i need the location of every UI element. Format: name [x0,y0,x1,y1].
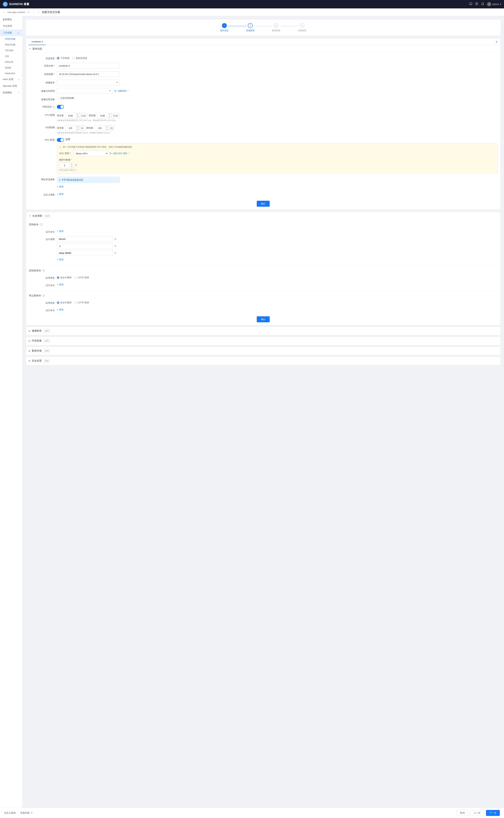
basic-info-collapse[interactable]: ▼ [29,48,31,50]
sidebar-item-cluster-overview[interactable]: 集群概览 [0,16,22,23]
add-post-start-cmd-button[interactable]: + 添加 [57,282,498,287]
page-back-arrow[interactable]: ← [37,11,40,14]
gpu-count-up[interactable]: ▲ [70,163,73,165]
add-pre-cmd-icon: + [57,309,58,311]
add-run-param-button[interactable]: + 添加 [57,257,498,262]
radio-post-cmd-label: 命令行脚本 [60,276,72,279]
basic-info-title: 基本信息 [32,47,42,50]
sidebar-sub-daemon[interactable]: 守护进程 [0,48,22,53]
prev-step-button[interactable]: 上一步 [470,810,484,816]
container-name-value [57,63,498,68]
sidebar-item-node-management[interactable]: 节点管理 [0,23,22,29]
sidebar-item-helm[interactable]: Helm 应用 ▾ [0,76,22,83]
env-vars-title: 环境变量 [32,339,42,342]
radio-work-container[interactable]: 工作容器 [57,57,69,60]
back-button[interactable]: ← [3,11,5,14]
gpu-toggle[interactable] [57,138,64,142]
add-custom-button[interactable]: + 添加 [57,192,498,196]
radio-post-http[interactable]: HTTP 请求 [75,276,89,279]
start-command-help[interactable]: ? [40,223,43,226]
sidebar-sub-stateless[interactable]: 无状态负载 [0,36,22,42]
user-menu[interactable]: admin ▾ [487,2,501,6]
cpu-limit-down[interactable]: ▼ [108,116,111,118]
sidebar-sub-replicaset[interactable]: ReplicaSet [0,71,22,76]
add-gpu-type-link[interactable]: 添加 GPU 类型 ↗ [113,152,130,155]
next-step-button[interactable]: 下一步 [486,810,500,816]
sidebar-sub-cron[interactable]: 定时任务 [0,59,22,65]
helm-label: Helm 应用 [3,78,13,81]
step-2-label: 容器配置 [246,29,254,32]
create-secret-link[interactable]: 创建密钥 ↗ [118,89,129,92]
cpu-limit-input[interactable] [97,113,108,118]
refresh-secret-icon[interactable]: ↻ [114,89,117,93]
remove-param-2[interactable]: ✕ [114,244,117,248]
privileged-help-icon[interactable]: ? [52,106,55,108]
memory-limit-up[interactable]: ▲ [105,125,109,128]
step-1-circle: ✓ [222,23,227,28]
container-name-input[interactable] [57,63,120,68]
bell-icon[interactable] [481,2,484,6]
image-version-select[interactable] [57,80,120,85]
memory-request-down[interactable]: ▼ [76,128,79,131]
sidebar-item-operator[interactable]: Operator 应用 [0,83,22,89]
remove-param-1[interactable]: ✕ [114,237,117,241]
privileged-toggle[interactable] [57,105,64,109]
gpu-type-select[interactable]: Metax GPU [73,151,108,156]
post-start-help[interactable]: ? [43,270,45,272]
cpu-limit-up[interactable]: ▲ [108,113,111,116]
param-input-3[interactable] [57,250,113,256]
refresh-icon[interactable]: ↻ [27,11,30,14]
cpu-request-spinners: ▲ ▼ [76,113,79,118]
health-check-title: 健康检查 [32,329,42,333]
lifecycle-confirm-button[interactable]: 确认 [257,316,270,322]
memory-request-label: 请求量 [57,126,64,130]
memory-limit-down[interactable]: ▼ [105,128,109,131]
message-icon[interactable] [469,2,472,6]
image-secret-select[interactable] [57,88,113,94]
add-network-button[interactable]: + 添加 [57,184,498,189]
memory-request-up[interactable]: ▲ [76,125,79,128]
sidebar-item-workloads[interactable]: 工作负载 ▲ [0,29,22,36]
add-pre-stop-cmd-button[interactable]: + 添加 [57,307,498,312]
memory-limit-input[interactable] [95,125,105,131]
env-vars-header[interactable]: ▶ 环境变量 选填 [26,337,500,345]
svg-point-3 [477,4,477,5]
sidebar-sub-pod-group[interactable]: 容器组 [0,65,22,71]
gpu-type-row: GPU 类型 * Metax GPU ↻ 添加 GPU 类型 ↗ [59,151,495,156]
param-input-1[interactable] [57,236,113,242]
cpu-request-input[interactable] [65,113,76,118]
gpu-count-down[interactable]: ▼ [70,165,73,168]
param-input-2[interactable] [57,243,113,249]
sidebar-sub-stateful[interactable]: 有状态负载 [0,42,22,48]
gpu-refresh-icon[interactable]: ↻ [110,152,112,155]
network-params-info-box[interactable]: ℹ 查看 网络资源参数说明 [57,176,120,183]
security-settings-header[interactable]: ▶ 安全设置 选填 [26,357,500,365]
container-type-label: 容器类型 [29,55,57,60]
question-icon[interactable] [475,2,478,6]
cancel-button[interactable]: 取消 [456,810,468,816]
lifecycle-header[interactable]: ▼ 生命周期 选填 [26,212,500,220]
add-run-command-button[interactable]: + 添加 [57,229,498,234]
radio-post-cmd[interactable]: 命令行脚本 [57,276,72,279]
pull-always-checkbox[interactable]: 总是拉取镜像 [57,96,498,100]
cpu-request-down[interactable]: ▼ [76,116,79,118]
radio-pre-cmd[interactable]: 命令行脚本 [57,301,72,304]
cpu-request-up[interactable]: ▲ [76,113,79,116]
sidebar-sub-task[interactable]: 任务 [0,53,22,59]
pre-stop-radio-group: 命令行脚本 HTTP 请求 [57,300,498,304]
container-tab-1[interactable]: container-1 [29,39,46,45]
health-check-header[interactable]: ▶ 健康检查 选填 [26,327,500,335]
memory-request-input[interactable] [65,125,76,131]
gpu-count-input[interactable] [59,163,70,168]
radio-init-container[interactable]: 初始化容器 [72,57,87,60]
pre-stop-help[interactable]: ? [43,295,45,297]
container-image-input[interactable] [57,71,120,77]
add-container-button[interactable]: + [495,40,498,44]
radio-pre-http-label: HTTP 请求 [78,301,89,304]
cpu-request-label: 请求量 [57,114,64,117]
remove-param-3[interactable]: ✕ [114,251,117,255]
sidebar-item-network[interactable]: 容器网络 ▾ [0,89,22,96]
data-storage-header[interactable]: ▶ 数据存储 选填 [26,347,500,355]
radio-pre-http[interactable]: HTTP 请求 [75,301,89,304]
basic-info-confirm-button[interactable]: 确认 [257,201,270,207]
